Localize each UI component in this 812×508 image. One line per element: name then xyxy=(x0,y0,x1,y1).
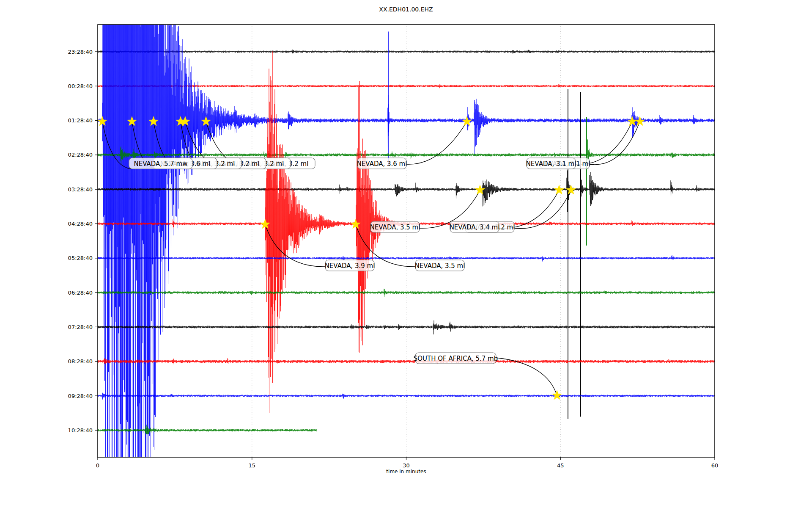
y-tick-label: 09:28:40 xyxy=(68,393,93,399)
event-label: NEVADA, 3.1 ml xyxy=(526,158,576,169)
event-label: NEVADA, 3.5 ml xyxy=(370,221,420,232)
event-label: SOUTH OF AFRICA, 5.7 mb xyxy=(414,353,498,364)
seismogram-dayplot: XX.EDH01.00.EHZ 01530456023:28:4000:28:4… xyxy=(0,0,812,508)
y-tick-label: 06:28:40 xyxy=(68,290,93,296)
event-label-text: NEVADA, 3.6 ml xyxy=(357,160,407,168)
y-tick-label: 02:28:40 xyxy=(68,152,93,158)
y-tick-label: 07:28:40 xyxy=(68,324,93,330)
event-label: NEVADA, 3.6 ml xyxy=(357,158,407,169)
event-label-text: NEVADA, 3.9 ml xyxy=(325,262,375,270)
y-tick-label: 01:28:40 xyxy=(68,117,93,124)
event-label-text: NEVADA, 3.5 ml xyxy=(415,262,465,270)
event-label-text: NEVADA, 3.1 ml xyxy=(526,160,576,168)
y-tick-label: 23:28:40 xyxy=(68,49,93,55)
event-star-icon xyxy=(462,116,472,126)
event-star-icon xyxy=(552,390,562,400)
event-label: NEVADA, 3.4 ml xyxy=(450,221,500,232)
trace-rows xyxy=(98,0,715,508)
y-tick-label: 04:28:40 xyxy=(68,221,93,227)
x-tick-label: 30 xyxy=(403,462,410,469)
y-tick-label: 08:28:40 xyxy=(68,358,93,364)
event-label: NEVADA, 3.9 ml xyxy=(325,260,375,271)
trace-row-01:28:40 xyxy=(98,0,715,508)
trace-row-05:28:40 xyxy=(98,255,715,261)
trace-row-07:28:40 xyxy=(98,320,715,334)
event-star-icon xyxy=(554,185,565,195)
event-connector xyxy=(496,358,557,395)
y-tick-label: 03:28:40 xyxy=(68,186,93,193)
event-label-text: SOUTH OF AFRICA, 5.7 mb xyxy=(414,355,498,362)
event-label-text: NEVADA, 5.7 mw xyxy=(134,160,188,168)
y-tick-label: 00:28:40 xyxy=(68,83,93,89)
event-label-text: NEVADA, 3.4 ml xyxy=(450,224,500,231)
trace-row-06:28:40 xyxy=(98,289,715,297)
x-tick-label: 0 xyxy=(96,462,99,469)
x-tick-label: 60 xyxy=(711,462,719,469)
event-label-text: NEVADA, 3.5 ml xyxy=(370,224,420,231)
dayplot-canvas: 01530456023:28:4000:28:4001:28:4002:28:4… xyxy=(0,0,812,508)
event-label: NEVADA, 3.5 ml xyxy=(415,260,465,271)
x-axis-label: time in minutes xyxy=(386,469,426,475)
event-connector xyxy=(406,121,467,164)
x-tick-label: 15 xyxy=(248,462,255,469)
x-tick-label: 45 xyxy=(557,462,564,469)
y-tick-label: 10:28:40 xyxy=(68,427,93,433)
y-tick-label: 05:28:40 xyxy=(68,255,93,261)
event-label: NEVADA, 5.7 mw xyxy=(129,158,192,169)
